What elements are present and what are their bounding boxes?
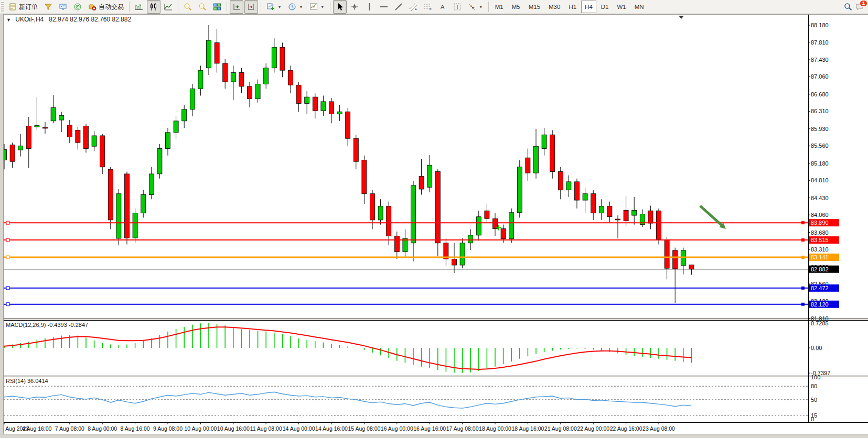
notifications-button[interactable]: 1 <box>855 3 864 11</box>
profiles-button[interactable]: ▼ <box>285 0 306 14</box>
text-tool-button[interactable]: A <box>436 0 449 14</box>
candle <box>411 185 416 243</box>
candle <box>321 102 326 111</box>
candle <box>566 182 571 190</box>
target-icon <box>73 3 82 11</box>
price-tag-label: 83.890 <box>811 220 829 226</box>
tab-timeframe-d1[interactable]: D1 <box>597 1 613 13</box>
chart-symbol-period: UKOil-,H4 <box>15 16 44 23</box>
market-watch-button[interactable] <box>41 0 55 14</box>
rsi-indicator-label: RSI(14) 36.0414 <box>6 378 48 384</box>
candle <box>166 133 170 149</box>
zoom-out-button[interactable] <box>196 0 209 14</box>
monitor-icon <box>59 3 67 11</box>
chart-ohlc-values: 82.974 82.976 82.760 82.882 <box>49 16 131 23</box>
line-handle[interactable] <box>6 238 9 242</box>
tab-timeframe-m15[interactable]: M15 <box>525 1 544 13</box>
candle <box>599 206 604 213</box>
auto-scroll-icon <box>232 3 241 11</box>
price-axis-label: 83.680 <box>811 229 829 236</box>
toolbar-separator <box>261 2 261 12</box>
candle <box>305 97 309 103</box>
line-handle[interactable] <box>801 256 805 259</box>
tab-timeframe-h4[interactable]: H4 <box>581 1 596 13</box>
tab-timeframe-m5[interactable]: M5 <box>508 1 524 13</box>
time-axis-label: 22 Aug 16:00 <box>610 425 642 432</box>
auto-scroll-button[interactable] <box>230 0 243 14</box>
candle <box>616 219 620 220</box>
main-toolbar: 新订单 自动 <box>0 0 868 14</box>
tab-timeframe-m30[interactable]: M30 <box>545 1 564 13</box>
candle <box>558 172 563 190</box>
line-handle[interactable] <box>6 303 9 306</box>
candle <box>648 211 653 223</box>
price-axis-label: 84.430 <box>811 195 829 201</box>
window-bottom-edge[interactable] <box>0 434 868 438</box>
bar-chart-mode-button[interactable] <box>132 0 146 14</box>
auto-trading-button[interactable]: 自动交易 <box>85 0 126 14</box>
candle <box>280 47 285 70</box>
terminal-button[interactable] <box>56 0 70 14</box>
tab-timeframe-h1[interactable]: H1 <box>565 1 580 13</box>
label-tool-button[interactable]: T <box>451 0 464 14</box>
svg-text:T: T <box>456 4 459 10</box>
line-handle[interactable] <box>6 221 9 224</box>
funnel-icon <box>44 3 52 11</box>
rsi-axis-label: 0 <box>811 416 814 422</box>
price-tag-label: 82.472 <box>811 285 829 291</box>
new-chart-icon <box>266 3 275 11</box>
strategy-tester-button[interactable] <box>71 0 84 14</box>
fibonacci-tool-button[interactable]: F <box>421 0 435 14</box>
trendline-tool-button[interactable] <box>392 0 405 14</box>
candle <box>67 125 72 137</box>
indicators-button[interactable]: ▼ <box>307 0 327 14</box>
clock-icon <box>288 3 296 11</box>
line-handle[interactable] <box>801 221 805 224</box>
candle <box>313 97 317 111</box>
candle <box>346 112 350 138</box>
candle <box>108 169 113 220</box>
mt4-terminal: 新订单 自动 <box>0 0 868 438</box>
time-axis-label: 14 Aug 16:00 <box>315 425 348 432</box>
tab-timeframe-w1[interactable]: W1 <box>614 1 630 13</box>
search-icon[interactable] <box>844 3 852 11</box>
chart-canvas[interactable]: 88.18087.81087.43087.06086.68086.31085.9… <box>0 0 868 438</box>
cursor-icon <box>336 3 344 11</box>
candle <box>419 176 424 189</box>
tile-windows-button[interactable] <box>210 0 224 14</box>
candle <box>476 217 481 235</box>
candle <box>517 167 522 213</box>
candle <box>59 115 64 120</box>
candle <box>673 250 678 269</box>
line-handle[interactable] <box>801 303 805 306</box>
time-axis-label: 10 Aug 00:00 <box>184 425 217 432</box>
line-handle[interactable] <box>801 287 805 290</box>
candle <box>550 135 555 171</box>
line-handle[interactable] <box>6 287 9 290</box>
vertical-line-icon <box>365 3 373 11</box>
new-chart-button[interactable]: ▼ <box>264 0 284 14</box>
cursor-tool-button[interactable] <box>333 0 347 14</box>
candlestick-mode-button[interactable] <box>147 0 160 14</box>
zoom-in-button[interactable] <box>181 0 195 14</box>
horizontal-line-tool-button[interactable] <box>377 0 391 14</box>
chart-shift-button[interactable] <box>244 0 258 14</box>
price-tag-label: 83.141 <box>811 254 829 260</box>
candle <box>51 107 56 121</box>
channel-tool-button[interactable]: E <box>406 0 420 14</box>
new-order-button[interactable]: 新订单 <box>6 0 40 14</box>
line-handle[interactable] <box>6 256 9 259</box>
line-handle[interactable] <box>801 238 805 242</box>
crosshair-tool-button[interactable] <box>348 0 361 14</box>
tab-timeframe-m1[interactable]: M1 <box>491 1 507 13</box>
candle <box>272 47 276 68</box>
crosshair-icon <box>350 3 359 11</box>
line-chart-mode-button[interactable] <box>162 0 175 14</box>
rsi-axis-label: 100 <box>811 374 820 380</box>
vertical-line-tool-button[interactable] <box>362 0 376 14</box>
shapes-tool-button[interactable]: ▼ <box>465 0 486 14</box>
collapse-triangle-icon[interactable]: ▼ <box>6 17 11 23</box>
tab-timeframe-mn[interactable]: MN <box>631 1 648 13</box>
time-axis-label: 16 Aug 16:00 <box>413 425 446 432</box>
price-tag-label: 82.882 <box>811 266 829 272</box>
